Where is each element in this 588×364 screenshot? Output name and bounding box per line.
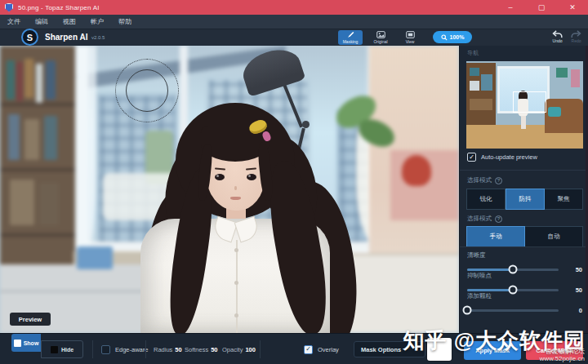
eye [215, 174, 225, 180]
window-title: 50.png - Topaz Sharpen AI [18, 4, 100, 11]
edge-aware-checkbox[interactable]: ✓ [101, 345, 110, 354]
white-swatch-icon [14, 340, 21, 347]
window-controls: – ▢ ✕ [495, 0, 588, 15]
menu-file[interactable]: 文件 [0, 15, 28, 29]
brush-icon [347, 31, 354, 38]
toolbar: S Sharpen AI v2.0.5 Masking Original Vie [0, 29, 588, 46]
maximize-button[interactable]: ▢ [526, 0, 557, 15]
menu-help[interactable]: 帮助 [111, 15, 139, 29]
app-name: Sharpen AI [45, 33, 87, 42]
toolbar-center: Masking Original View 100% [338, 30, 472, 45]
view-label: View [406, 39, 415, 44]
show-button[interactable]: Show [11, 334, 41, 352]
softness-param: Softness50 [185, 334, 218, 364]
mode-sharpen-button[interactable]: 锐化 [466, 189, 506, 210]
undo-label: Undo [553, 38, 563, 43]
overlay-row[interactable]: ✓ Overlay [304, 334, 339, 364]
menu-edit[interactable]: 编辑 [28, 15, 56, 29]
brush-cursor-inner [126, 69, 168, 112]
navigator-thumbnail[interactable] [466, 61, 583, 149]
image-canvas[interactable]: Preview [0, 46, 459, 333]
auto-update-label: Auto-update preview [481, 153, 537, 161]
watermark-52pojie: 吾爱破解论坛 www.52pojie.cn [539, 348, 585, 362]
clarity-slider[interactable] [467, 269, 559, 271]
original-label: Original [373, 39, 387, 44]
monitor-icon [406, 31, 415, 38]
app-version: v2.0.5 [91, 35, 105, 40]
title-bar: 50.png - Topaz Sharpen AI – ▢ ✕ [0, 0, 588, 15]
noise-slider-block: 抑制噪点 50 [467, 272, 581, 295]
grain-slider-block: 添加颗粒 0 [467, 292, 581, 315]
undo-icon [552, 30, 563, 38]
hide-button[interactable]: Hide [41, 340, 83, 358]
help-icon[interactable]: ? [495, 215, 502, 223]
grain-value: 0 [579, 307, 582, 314]
viewport-rectangle[interactable] [513, 91, 546, 113]
close-button[interactable]: ✕ [557, 0, 588, 15]
redo-icon [571, 30, 581, 38]
grain-label: 添加颗粒 [467, 292, 581, 300]
zoom-control[interactable]: 100% [433, 31, 472, 43]
overlay-label: Overlay [318, 346, 339, 353]
grain-slider[interactable] [467, 309, 559, 312]
app-window: 50.png - Topaz Sharpen AI – ▢ ✕ 文件 编辑 视图… [0, 0, 588, 364]
hide-label: Hide [61, 347, 74, 353]
method-button-group: 手动 自动 [466, 226, 583, 247]
magnifier-icon [441, 34, 448, 41]
portrait-subject [0, 46, 459, 333]
menu-account[interactable]: 帐户 [83, 15, 111, 29]
image-icon [376, 31, 385, 38]
app-shield-icon [5, 3, 13, 12]
minimize-button[interactable]: – [495, 0, 526, 15]
preview-badge: Preview [10, 313, 51, 326]
slider-knob[interactable] [463, 306, 472, 315]
method-section-label: 选择模式 ? [467, 215, 502, 223]
undo-redo-group: Undo Redo [552, 30, 581, 43]
mask-options-label: Mask Options [361, 346, 401, 353]
view-button[interactable]: View [399, 30, 421, 44]
show-label: Show [24, 340, 39, 346]
clarity-label: 清晰度 [467, 251, 581, 260]
redo-label: Redo [572, 38, 581, 43]
menu-bar: 文件 编辑 视图 帐户 帮助 [0, 15, 588, 29]
right-panel: 导航 ✓ Auto-update preview 选择模式 ? [459, 46, 588, 333]
mode-stabilize-button[interactable]: 防抖 [506, 189, 545, 210]
mode-section-label: 选择模式 ? [467, 176, 502, 184]
eye [247, 174, 256, 180]
overlay-checkbox[interactable]: ✓ [304, 345, 313, 354]
method-auto-button[interactable]: 自动 [525, 226, 583, 247]
mode-button-group: 锐化 防抖 聚焦 [466, 189, 583, 210]
masking-button[interactable]: Masking [338, 30, 363, 45]
auto-update-row[interactable]: ✓ Auto-update preview [467, 153, 537, 162]
sharpen-ai-logo: S [21, 29, 38, 46]
undo-button[interactable]: Undo [552, 30, 563, 43]
edge-aware-label: Edge-aware [115, 346, 148, 353]
edge-aware-row[interactable]: ✓ Edge-aware [101, 334, 148, 364]
noise-label: 抑制噪点 [467, 272, 581, 280]
auto-update-checkbox[interactable]: ✓ [467, 153, 476, 162]
black-swatch-icon [51, 346, 58, 353]
menu-view[interactable]: 视图 [56, 15, 83, 29]
zoom-value: 100% [450, 34, 465, 40]
help-icon[interactable]: ? [495, 177, 502, 184]
noise-slider[interactable] [467, 289, 559, 291]
method-manual-button[interactable]: 手动 [466, 226, 525, 247]
masking-label: Masking [343, 39, 359, 44]
navigation-label: 导航 [467, 49, 479, 57]
clarity-slider-block: 清晰度 50 [467, 251, 581, 274]
redo-button[interactable]: Redo [571, 30, 581, 43]
mode-focus-button[interactable]: 聚焦 [545, 189, 583, 210]
opacity-param: Opacity100 [222, 334, 256, 364]
original-button[interactable]: Original [369, 30, 392, 44]
radius-param: Radius50 [154, 334, 182, 364]
